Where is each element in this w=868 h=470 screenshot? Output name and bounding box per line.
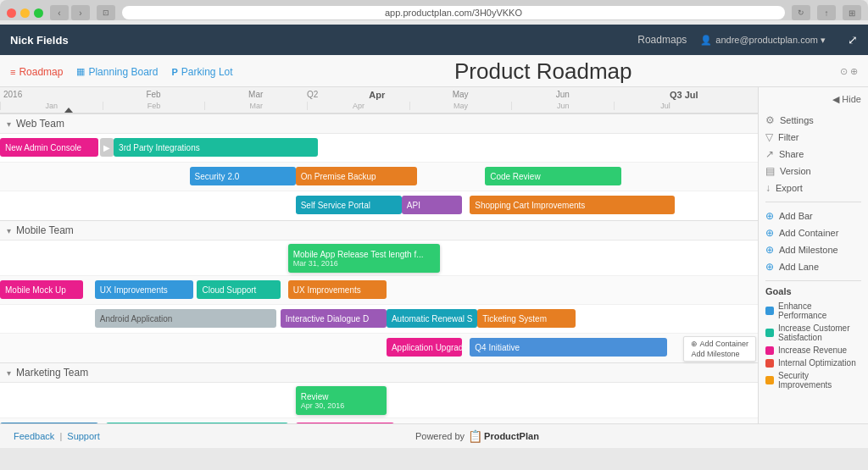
team-header-mobile: ▾ Mobile Team (0, 221, 758, 241)
tab-parking-lot[interactable]: P Parking Lot (172, 66, 233, 78)
roadmap-area: 2016 Feb Mar Q2 Apr May Jun Q3 Jul Jan F… (0, 87, 758, 423)
tl-may: May (409, 102, 512, 110)
add-milestone-item[interactable]: ⊕ Add Milestone (765, 241, 861, 258)
panel-divider-1 (765, 202, 861, 202)
version-label: Version (780, 166, 811, 176)
collapse-button[interactable]: ⊙ ⊕ (840, 66, 858, 77)
window-resize-button[interactable]: ⊡ (97, 5, 115, 20)
roadmaps-link[interactable]: Roadmaps (637, 34, 687, 46)
add-bar-item[interactable]: ⊕ Add Bar (765, 207, 861, 224)
filter-icon: ▽ (765, 131, 773, 143)
bar-automatic-renewal[interactable]: Automatic Renewal S (387, 309, 477, 328)
bar-mobile-mockup[interactable]: Mobile Mock Up (0, 280, 83, 299)
team-chevron-mobile[interactable]: ▾ (7, 226, 11, 235)
team-name-mobile: Mobile Team (16, 224, 74, 236)
tab-roadmap[interactable]: ≡ Roadmap (10, 66, 63, 78)
bar-ux-improvements2[interactable]: UX Improvements (288, 280, 387, 299)
export-item[interactable]: ↓ Export (765, 180, 861, 196)
bar-code-review[interactable]: Code Review (485, 167, 621, 185)
bar-review[interactable]: Review Apr 30, 2016 (296, 386, 387, 415)
timeline-month-jun: Jun (511, 90, 614, 100)
footer-powered: Powered by 📋 ProductPlan (100, 429, 854, 443)
goal-label-satisfaction: Increase Customer Satisfaction (778, 323, 861, 342)
timeline-q3: Q3 Jul (652, 90, 716, 100)
bar-seo-plan[interactable]: SEO Plan (296, 423, 394, 423)
bar-ux-improvements[interactable]: UX Improvements (95, 280, 193, 299)
add-container-label: Add Container (779, 228, 838, 238)
add-container-item[interactable]: ⊕ Add Container (765, 224, 861, 241)
add-bar-icon: ⊕ (765, 210, 774, 222)
address-bar[interactable]: app.productplan.com/3H0yVKKO (122, 6, 785, 19)
bar-shopping-cart[interactable]: Shopping Cart Improvements (470, 196, 674, 214)
bar-ticketing-system[interactable]: Ticketing System (477, 309, 576, 328)
traffic-light-red[interactable] (7, 8, 16, 18)
bar-label: Mobile App Release Test length f... (293, 250, 435, 259)
bar-mobile-app-release[interactable]: Mobile App Release Test length f... Mar … (288, 244, 440, 273)
context-menu-mobile: ⊕ Add Container Add Milestone (683, 336, 756, 362)
roadmap-scroll[interactable]: ▾ Web Team New Admin Console ▶ 3rd Party… (0, 114, 758, 423)
add-lane-item[interactable]: ⊕ Add Lane (765, 258, 861, 275)
add-lane-icon: ⊕ (765, 261, 774, 273)
team-body-mobile: Mobile App Release Test length f... Mar … (0, 241, 758, 362)
footer-separator: | (59, 431, 62, 441)
planning-board-icon: ▦ (76, 66, 85, 77)
traffic-lights (7, 8, 43, 18)
bar-api[interactable]: API (402, 196, 463, 214)
bar-new-admin-console[interactable]: New Admin Console (0, 138, 98, 157)
goal-label-revenue: Increase Revenue (778, 346, 847, 355)
add-milestone-option[interactable]: Add Milestone (687, 349, 752, 359)
pp-logo-icon: 📋 (468, 429, 482, 443)
add-container-option[interactable]: ⊕ Add Container (687, 339, 752, 349)
timeline-q2-label: Q2 (307, 90, 345, 100)
bar-market-analysis[interactable]: Market Analysis (0, 423, 98, 423)
support-link[interactable]: Support (67, 431, 100, 441)
top-nav: Nick Fields Roadmaps 👤 andre@productplan… (0, 25, 868, 55)
bar-customer-outreach[interactable]: Customer Outreach (106, 423, 288, 423)
goal-enhance-performance: Enhance Performance (765, 300, 861, 322)
browser-chrome: ‹ › ⊡ app.productplan.com/3H0yVKKO ↻ ↑ ⊞ (0, 0, 868, 20)
roadmap-tab-label: Roadmap (19, 66, 63, 78)
bar-android-app[interactable]: Android Application (95, 309, 277, 328)
version-item[interactable]: ▤ Version (765, 163, 861, 180)
bar-interactive-dialogue[interactable]: Interactive Dialogue D (281, 309, 387, 328)
goal-increase-revenue: Increase Revenue (765, 344, 861, 357)
review-label: Review (301, 392, 381, 401)
parking-lot-icon: P (172, 67, 178, 77)
share-item[interactable]: ↗ Share (765, 146, 861, 163)
team-body-marketing: Review Apr 30, 2016 Market Analysis Cust… (0, 383, 758, 423)
feedback-link[interactable]: Feedback (14, 431, 54, 441)
share-button[interactable]: ↑ (817, 5, 836, 20)
goal-dot-orange (765, 376, 774, 384)
filter-item[interactable]: ▽ Filter (765, 129, 861, 146)
bar-q4-initiative[interactable]: Q4 Initiative (470, 338, 666, 357)
bar-cloud-support[interactable]: Cloud Support (197, 280, 280, 299)
team-header-web: ▾ Web Team (0, 114, 758, 134)
bar-on-premise[interactable]: On Premise Backup (296, 167, 417, 185)
hide-button[interactable]: ◀ Hide (765, 94, 861, 105)
expand-button[interactable]: ⤢ (848, 33, 858, 47)
bar-app-upgrade[interactable]: Application Upgrade (387, 338, 462, 357)
team-chevron-web[interactable]: ▾ (7, 119, 11, 129)
timeline-year: 2016 (0, 90, 103, 100)
share-label: Share (779, 149, 804, 159)
bar-arrow-1[interactable]: ▶ (100, 138, 114, 157)
user-menu[interactable]: 👤 andre@productplan.com ▾ (700, 35, 826, 46)
tab-planning-board[interactable]: ▦ Planning Board (76, 66, 158, 78)
export-label: Export (776, 183, 803, 193)
panel-divider-2 (765, 280, 861, 281)
new-tab-button[interactable]: ⊞ (843, 5, 861, 20)
tl-jun: Jun (511, 102, 614, 110)
settings-item[interactable]: ⚙ Settings (765, 112, 861, 129)
goal-internal-optimization: Internal Optimization (765, 357, 861, 369)
lane-row: Android Application Interactive Dialogue… (0, 305, 758, 334)
bar-security20[interactable]: Security 2.0 (190, 167, 296, 185)
forward-button[interactable]: › (71, 5, 90, 20)
bar-3rd-party[interactable]: 3rd Party Integrations (114, 138, 318, 157)
team-header-marketing: ▾ Marketing Team (0, 363, 758, 383)
back-button[interactable]: ‹ (50, 5, 69, 20)
reload-button[interactable]: ↻ (792, 5, 810, 20)
bar-self-service[interactable]: Self Service Portal (296, 196, 402, 214)
traffic-light-green[interactable] (34, 8, 43, 18)
traffic-light-yellow[interactable] (20, 8, 30, 18)
team-chevron-marketing[interactable]: ▾ (7, 368, 11, 378)
